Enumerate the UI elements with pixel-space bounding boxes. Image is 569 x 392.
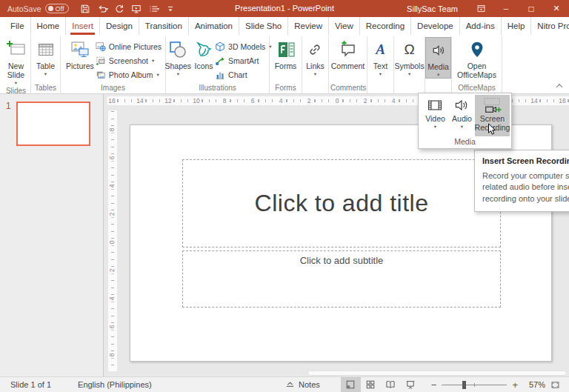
shapes-button[interactable]: Shapes ▾ xyxy=(163,37,193,77)
zoom-out-button[interactable] xyxy=(431,379,437,391)
ruler-number: 8 xyxy=(108,352,116,359)
open-officemaps-button[interactable]: Open OfficeMaps xyxy=(453,37,500,79)
online-pictures-button[interactable]: Online Pictures xyxy=(96,40,162,53)
autosave-pill[interactable]: Off xyxy=(45,4,70,13)
zoom-percentage[interactable]: 57% xyxy=(523,380,545,389)
undo-caret-icon: ▾ xyxy=(106,6,108,11)
notes-button[interactable]: Notes xyxy=(278,377,327,392)
pictures-button[interactable]: Pictures xyxy=(64,37,96,70)
maximize-button[interactable] xyxy=(519,0,544,17)
autosave-state: Off xyxy=(56,5,64,13)
ruler-number: 14 xyxy=(529,97,539,104)
tab-design[interactable]: Design xyxy=(100,17,139,35)
normal-view-button[interactable] xyxy=(341,377,361,392)
close-button[interactable] xyxy=(544,0,569,17)
zoom-slider-thumb[interactable] xyxy=(462,381,466,389)
reading-view-button[interactable] xyxy=(381,377,401,392)
subtitle-placeholder[interactable]: Click to add subtitle xyxy=(182,250,501,308)
group-label-illustrations: Illustrations xyxy=(167,83,267,93)
pictures-icon xyxy=(70,39,90,61)
symbols-button[interactable]: Ω Symbols ▾ xyxy=(393,37,425,77)
group-tables: Table ▾ Tables xyxy=(31,36,61,93)
ribbon-tabs: FileHomeInsertDesignTransitionAnimationS… xyxy=(4,17,569,35)
group-label-symbols xyxy=(396,83,423,93)
tab-develope[interactable]: Develope xyxy=(411,17,460,35)
tooltip-line: Record your computer screen and xyxy=(482,170,569,182)
slide-thumbnail[interactable] xyxy=(16,102,90,146)
quick-access-toolbar: ▾ ▾ xyxy=(78,1,178,16)
slideshow-view-button[interactable] xyxy=(401,377,421,392)
audio-menu-item[interactable]: Audio ▾ xyxy=(449,95,475,136)
new-slide-button[interactable]: New Slide ▾ xyxy=(3,37,29,86)
ruler-number: 12 xyxy=(163,97,173,104)
minimize-button[interactable] xyxy=(493,0,519,17)
screenshot-button[interactable]: Screenshot ▾ xyxy=(96,54,162,67)
tab-help[interactable]: Help xyxy=(502,17,532,35)
screenshot-icon xyxy=(96,56,106,66)
bullet-list-button[interactable]: ▾ xyxy=(146,1,161,16)
media-caret-icon: ▾ xyxy=(437,73,439,78)
horizontal-scrollbar[interactable] xyxy=(307,371,567,376)
group-illustrations: Shapes ▾ Icons 3D Models ▾ SmartArt xyxy=(166,36,270,93)
ruler-number: 2 xyxy=(108,268,116,274)
links-button[interactable]: Links ▾ xyxy=(305,37,326,77)
comment-button[interactable]: Comment xyxy=(330,37,367,70)
photo-album-button[interactable]: Photo Album ▾ xyxy=(96,68,162,82)
tab-transition[interactable]: Transition xyxy=(139,17,189,35)
tab-animation[interactable]: Animation xyxy=(189,17,239,35)
table-button[interactable]: Table ▾ xyxy=(35,37,57,77)
save-button[interactable] xyxy=(78,1,93,16)
audio-caret-icon: ▾ xyxy=(461,124,463,130)
ruler-number: 2 xyxy=(362,97,369,104)
ribbon-display-options-button[interactable] xyxy=(468,0,493,17)
tab-add-ins[interactable]: Add-ins xyxy=(460,17,502,35)
tooltip-line: related audio before inserting the xyxy=(482,182,569,193)
tab-nitro-pro[interactable]: Nitro Pro xyxy=(531,17,569,35)
smartart-button[interactable]: SmartArt xyxy=(215,54,271,67)
customize-qat-button[interactable] xyxy=(163,1,178,16)
icons-button[interactable]: Icons xyxy=(193,37,215,70)
text-button[interactable]: A Text ▾ xyxy=(372,37,389,77)
tab-file[interactable]: File xyxy=(4,17,31,35)
omega-icon: Ω xyxy=(404,39,414,61)
video-menu-item[interactable]: Video ▾ xyxy=(422,95,449,136)
account-name[interactable]: SillySac Team xyxy=(407,4,458,13)
tooltip-title: Insert Screen Recording xyxy=(482,156,569,165)
media-button[interactable]: Media ▾ xyxy=(425,37,451,79)
fit-slide-to-window-button[interactable] xyxy=(545,377,565,392)
tab-home[interactable]: Home xyxy=(31,17,67,35)
slide-thumbnail-panel: 1 xyxy=(0,94,104,376)
ruler-number: 4 xyxy=(278,97,284,104)
3d-models-icon xyxy=(215,41,225,52)
tab-recording[interactable]: Recording xyxy=(360,17,411,35)
forms-button[interactable]: Forms xyxy=(273,37,299,70)
status-bar: Slide 1 of 1 English (Philippines) Notes… xyxy=(0,376,569,392)
autosave-toggle[interactable]: AutoSave Off xyxy=(7,4,69,13)
powerpoint-window: AutoSave Off ▾ ▾ Presentation1 - PowerPo… xyxy=(0,0,569,392)
redo-button[interactable] xyxy=(112,1,127,16)
group-label-images: Images xyxy=(62,83,164,93)
illustrations-small-buttons: 3D Models ▾ SmartArt Chart xyxy=(215,37,271,82)
tab-view[interactable]: View xyxy=(329,17,360,35)
chart-button[interactable]: Chart xyxy=(215,68,271,82)
ruler-number: 4 xyxy=(108,296,116,302)
collapse-ribbon-button[interactable] xyxy=(557,84,563,90)
tab-insert[interactable]: Insert xyxy=(66,17,100,35)
zoom-in-button[interactable] xyxy=(512,379,518,391)
zoom-slider[interactable] xyxy=(442,377,507,392)
tab-slide-sho[interactable]: Slide Sho xyxy=(239,17,288,35)
save-icon xyxy=(80,4,90,14)
chart-icon xyxy=(215,70,225,80)
ruler-number: 0 xyxy=(334,97,341,104)
start-presentation-button[interactable] xyxy=(129,1,144,16)
tab-review[interactable]: Review xyxy=(288,17,329,35)
undo-button[interactable]: ▾ xyxy=(95,1,110,16)
slide-sorter-view-button[interactable] xyxy=(361,377,381,392)
group-label-comments: Comments xyxy=(330,83,365,93)
language-indicator[interactable]: English (Philippines) xyxy=(78,380,152,389)
title-placeholder[interactable]: Click to add title xyxy=(182,159,501,248)
titlebar-right: SillySac Team xyxy=(407,0,569,17)
ruler-number: 8 xyxy=(222,97,228,104)
3d-models-button[interactable]: 3D Models ▾ xyxy=(215,40,271,53)
group-label-links xyxy=(304,83,327,93)
